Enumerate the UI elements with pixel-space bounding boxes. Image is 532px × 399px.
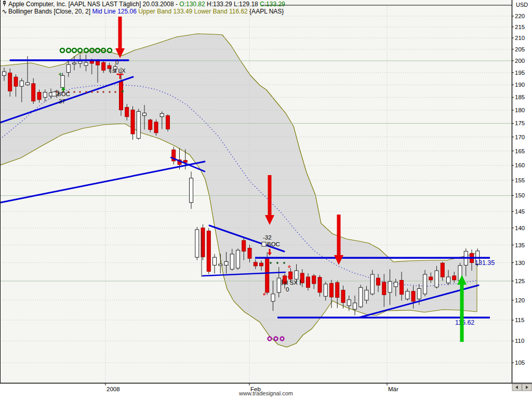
candle-body bbox=[271, 294, 275, 301]
candle-body bbox=[190, 178, 193, 203]
red-dot-signal bbox=[102, 91, 104, 93]
candle-body bbox=[8, 73, 12, 91]
midline-value: Mid Line 125.06 bbox=[92, 8, 136, 15]
price-line-label: 115.62 bbox=[455, 319, 474, 326]
annotation-label: sl LX bbox=[112, 68, 126, 74]
month-label: 2008 bbox=[107, 386, 120, 392]
candle-body bbox=[441, 263, 444, 277]
candle-body bbox=[14, 77, 18, 86]
candle bbox=[207, 228, 210, 274]
candle-body bbox=[78, 61, 82, 63]
price-tick-label: 190 bbox=[515, 82, 525, 88]
candle-body bbox=[248, 248, 251, 259]
candle-body bbox=[260, 263, 263, 266]
candle-body bbox=[411, 291, 415, 301]
candle-body bbox=[137, 112, 140, 139]
candle-body bbox=[219, 264, 222, 265]
candle bbox=[236, 248, 240, 270]
candle-body bbox=[359, 287, 363, 307]
candle-body bbox=[417, 289, 421, 299]
candle-body bbox=[32, 84, 35, 101]
annotation-label: BOC bbox=[267, 241, 280, 247]
price-tick-label: 170 bbox=[515, 134, 525, 140]
candle-body bbox=[207, 231, 210, 272]
candle-body bbox=[265, 258, 269, 292]
candle-body bbox=[324, 284, 327, 297]
price-tick-label: 150 bbox=[515, 192, 525, 198]
annotation-label: sl SX bbox=[284, 280, 298, 286]
instrument-title: Apple Computer, Inc. [AAPL NAS LAST Tägl… bbox=[8, 1, 179, 8]
price-tick-label: 165 bbox=[515, 148, 525, 154]
scrollbar[interactable] bbox=[512, 384, 531, 391]
indicator-header-row: ∿ Bollinger Bands [Close, 20, 2] Mid Lin… bbox=[2, 8, 285, 15]
candle bbox=[359, 285, 363, 308]
candle bbox=[137, 109, 140, 140]
candle-body bbox=[154, 122, 158, 133]
indicator-wave-icon: ∿ bbox=[2, 8, 7, 15]
candle bbox=[166, 114, 170, 131]
annotation-label: BOC bbox=[57, 91, 70, 97]
candle-body bbox=[377, 278, 380, 285]
open-value: O:130.82 bbox=[179, 1, 205, 8]
candle-body bbox=[406, 291, 409, 299]
price-tick-label: 120 bbox=[515, 297, 525, 303]
candle-body bbox=[143, 113, 147, 116]
candle-body bbox=[195, 230, 199, 257]
candle-body bbox=[61, 75, 64, 87]
price-tick-label: 210 bbox=[515, 35, 525, 41]
red-dot-signal bbox=[91, 91, 93, 93]
candle-body bbox=[336, 283, 339, 298]
candle-body bbox=[125, 108, 129, 117]
chart-header: Apple Computer, Inc. [AAPL NAS LAST Tägl… bbox=[2, 1, 285, 15]
price-tick-label: 220 bbox=[515, 13, 525, 19]
candle-body bbox=[277, 278, 281, 292]
price-axis-unit: USD bbox=[516, 2, 528, 8]
candle-body bbox=[73, 63, 76, 64]
candle-body bbox=[365, 290, 368, 300]
red-dot-signal bbox=[97, 91, 99, 93]
price-tick-label: 145 bbox=[515, 208, 525, 215]
candle-body bbox=[37, 92, 41, 100]
red-dot-signal bbox=[79, 91, 81, 93]
candle-body bbox=[213, 257, 217, 265]
candle-body bbox=[435, 271, 438, 287]
price-tick-label: 110 bbox=[515, 338, 524, 344]
candle-body bbox=[224, 261, 228, 265]
candle-body bbox=[131, 110, 135, 134]
candle-body bbox=[318, 277, 322, 292]
candle-body bbox=[160, 114, 164, 117]
price-tick-label: 215 bbox=[515, 24, 525, 30]
candle-body bbox=[96, 61, 100, 65]
candle-body bbox=[254, 262, 257, 266]
candle-body bbox=[388, 282, 392, 292]
annotation-label: -32 bbox=[263, 234, 272, 241]
candle-body bbox=[119, 81, 123, 110]
price-tick-label: 130 bbox=[515, 260, 525, 266]
candle-body bbox=[66, 64, 70, 72]
price-tick-label: 195 bbox=[515, 70, 525, 76]
entry-box-marker bbox=[262, 242, 266, 246]
green-dot-signal bbox=[276, 262, 278, 264]
price-tick-label: 160 bbox=[515, 162, 525, 168]
price-tick-label: 135 bbox=[515, 242, 525, 248]
candle-body bbox=[353, 303, 357, 309]
candle-body bbox=[394, 282, 397, 287]
time-axis: 2008FebMärwww.tradesignal.com bbox=[0, 383, 532, 399]
candle-body bbox=[26, 83, 30, 85]
candle-body bbox=[166, 116, 170, 129]
annotation-label: 37 bbox=[59, 98, 65, 104]
band-values: Upper Band 133.49 Lower Band 116.62 bbox=[137, 8, 248, 15]
red-dot-signal bbox=[85, 91, 87, 93]
candle-body bbox=[3, 72, 6, 75]
candle-body bbox=[307, 277, 310, 287]
candle-body bbox=[447, 277, 450, 283]
month-label: Mär bbox=[388, 386, 398, 392]
candle-body bbox=[453, 276, 456, 280]
candle-body bbox=[347, 300, 351, 305]
price-tick-label: 205 bbox=[515, 46, 525, 52]
price-chart: 131.35115.62 »»»» 0sl LXBOC37-32BOCsl SX… bbox=[0, 0, 532, 399]
price-tick-label: 105 bbox=[515, 360, 525, 366]
price-tick-label: 200 bbox=[515, 58, 525, 64]
close-value: C:133.29 bbox=[260, 1, 285, 8]
price-tick-label: 125 bbox=[515, 278, 525, 284]
